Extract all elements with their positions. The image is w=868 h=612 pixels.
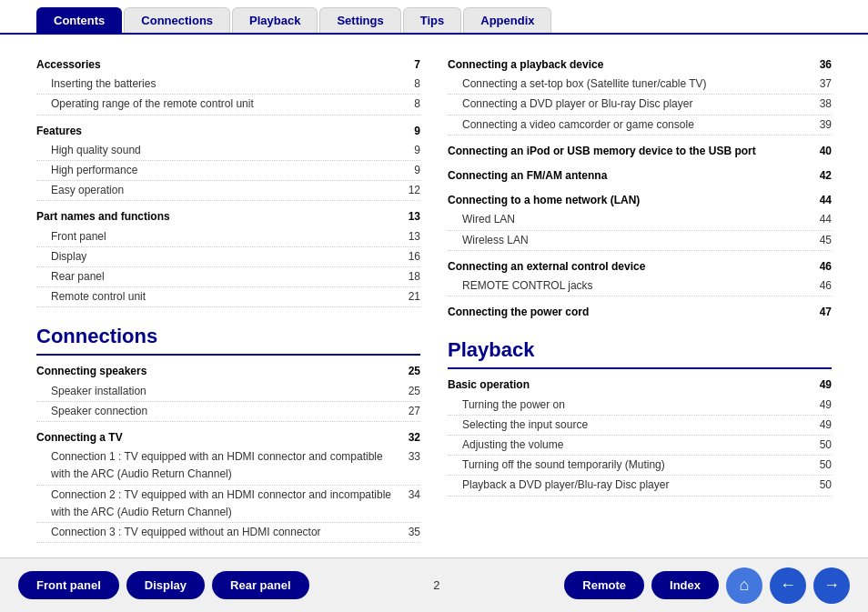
rear-panel-button[interactable]: Rear panel: [212, 571, 308, 599]
left-column: Accessories 7 Inserting the batteries 8 …: [36, 49, 420, 547]
list-item: Remote control unit 21: [36, 287, 420, 307]
ext-control-page: 46: [820, 258, 832, 276]
display-button[interactable]: Display: [126, 571, 205, 599]
front-panel-button[interactable]: Front panel: [18, 571, 119, 599]
bottom-nav: Front panel Display Rear panel 2 Remote …: [0, 557, 868, 612]
list-item: Operating range of the remote control un…: [36, 95, 420, 115]
accessories-header: Accessories 7: [36, 56, 420, 74]
lan-page: 44: [820, 192, 832, 209]
accessories-label: Accessories: [36, 56, 101, 74]
home-button[interactable]: ⌂: [726, 567, 762, 604]
basic-operation-header: Basic operation 49: [448, 376, 832, 394]
list-item: Connection 2 : TV equipped with an HDMI …: [36, 486, 420, 523]
list-item: Wired LAN 44: [448, 210, 832, 230]
power-cord-page: 47: [820, 304, 832, 321]
ext-control-header: Connecting an external control device 46: [448, 258, 832, 276]
list-item: Turning off the sound temporarily (Mutin…: [448, 456, 832, 476]
list-item: Speaker installation 25: [36, 382, 420, 402]
connecting-tv-page: 32: [409, 429, 420, 446]
tab-tips[interactable]: Tips: [403, 7, 462, 33]
partnames-label: Part names and functions: [36, 208, 170, 226]
fmam-label: Connecting an FM/AM antenna: [448, 167, 607, 185]
connecting-speakers-label: Connecting speakers: [36, 363, 146, 380]
bottom-nav-right: Remote Index ⌂ ← →: [564, 567, 850, 604]
ipod-usb-label: Connecting an iPod or USB memory device …: [448, 143, 756, 160]
list-item: Selecting the input source 49: [448, 416, 832, 436]
list-item: Easy operation 12: [36, 181, 420, 201]
list-item: Front panel 13: [36, 227, 420, 247]
list-item: Connecting a video camcorder or game con…: [448, 115, 832, 135]
connecting-tv-label: Connecting a TV: [36, 429, 123, 446]
ext-control-label: Connecting an external control device: [448, 258, 645, 276]
partnames-header: Part names and functions 13: [36, 208, 420, 226]
lan-label: Connecting to a home network (LAN): [448, 192, 640, 209]
list-item: Turning the power on 49: [448, 396, 832, 416]
back-button[interactable]: ←: [770, 567, 806, 604]
right-column: Connecting a playback device 36 Connecti…: [448, 49, 832, 547]
fmam-header: Connecting an FM/AM antenna 42: [448, 167, 832, 185]
list-item: REMOTE CONTROL jacks 46: [448, 276, 832, 296]
ipod-usb-header: Connecting an iPod or USB memory device …: [448, 143, 832, 160]
playback-heading: Playback: [448, 334, 832, 369]
connecting-speakers-page: 25: [409, 363, 420, 380]
connections-heading: Connections: [36, 320, 420, 356]
forward-button[interactable]: →: [813, 567, 850, 604]
index-button[interactable]: Index: [651, 571, 719, 599]
list-item: Connection 1 : TV equipped with an HDMI …: [36, 447, 420, 485]
power-cord-label: Connecting the power cord: [448, 304, 589, 321]
tab-connections[interactable]: Connections: [124, 7, 230, 33]
main-content: Accessories 7 Inserting the batteries 8 …: [0, 35, 868, 556]
list-item: Connecting a DVD player or Blu-ray Disc …: [448, 95, 832, 115]
list-item: High performance 9: [36, 161, 420, 181]
features-label: Features: [36, 123, 82, 140]
list-item: Connecting a set-top box (Satellite tune…: [448, 75, 832, 95]
list-item: Speaker connection 27: [36, 402, 420, 422]
basic-operation-label: Basic operation: [448, 376, 530, 394]
list-item: Display 16: [36, 247, 420, 267]
connecting-playback-label: Connecting a playback device: [448, 56, 603, 74]
features-page: 9: [414, 123, 420, 140]
nav-tabs: Contents Connections Playback Settings T…: [0, 0, 868, 35]
ipod-usb-page: 40: [820, 143, 832, 160]
list-item: Wireless LAN 45: [448, 231, 832, 251]
fmam-page: 42: [820, 167, 832, 185]
list-item: Inserting the batteries 8: [36, 75, 420, 95]
remote-button[interactable]: Remote: [564, 571, 644, 599]
list-item: Connection 3 : TV equipped without an HD…: [36, 523, 420, 543]
tab-playback[interactable]: Playback: [232, 7, 318, 33]
connecting-playback-page: 36: [820, 56, 832, 74]
bottom-nav-left: Front panel Display Rear panel: [18, 571, 309, 599]
tab-settings[interactable]: Settings: [319, 7, 400, 33]
power-cord-header: Connecting the power cord 47: [448, 304, 832, 321]
tab-appendix[interactable]: Appendix: [463, 7, 551, 33]
list-item: Rear panel 18: [36, 267, 420, 287]
connecting-tv-header: Connecting a TV 32: [36, 429, 420, 446]
list-item: High quality sound 9: [36, 141, 420, 161]
partnames-page: 13: [409, 208, 420, 226]
connecting-playback-header: Connecting a playback device 36: [448, 56, 832, 74]
basic-operation-page: 49: [820, 376, 832, 394]
features-header: Features 9: [36, 123, 420, 140]
lan-header: Connecting to a home network (LAN) 44: [448, 192, 832, 209]
list-item: Adjusting the volume 50: [448, 436, 832, 456]
connecting-speakers-header: Connecting speakers 25: [36, 363, 420, 380]
accessories-page: 7: [414, 56, 420, 74]
page-number: 2: [309, 578, 565, 592]
tab-contents[interactable]: Contents: [36, 7, 122, 33]
list-item: Playback a DVD player/Blu-ray Disc playe…: [448, 476, 832, 496]
